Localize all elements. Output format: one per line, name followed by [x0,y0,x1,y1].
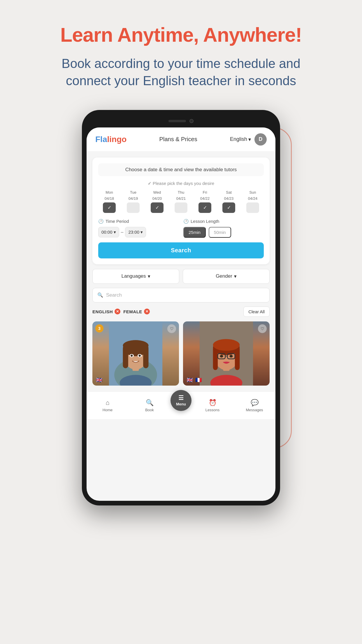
day-wed-date: 04/20 [152,196,162,201]
day-mon[interactable]: Mon 04/18 ✓ [98,190,120,213]
tutor-1-heart[interactable]: ♡ [167,324,176,333]
lang-label: English [230,136,247,142]
day-sun[interactable]: Sun 04/24 [242,190,264,213]
day-fri[interactable]: Fri 04/22 ✓ [194,190,216,213]
nav-lessons[interactable]: ⏰ Lessons [191,399,233,412]
page-subtitle: Book according to your time schedule and… [50,55,312,90]
svg-point-12 [139,354,141,356]
clear-all-label: Clear All [248,309,265,314]
clear-all-button[interactable]: Clear All [243,307,270,317]
tutor-card-2[interactable]: ♡ 🇬🇧 🇫🇷 [183,321,270,386]
language-selector[interactable]: English ▾ [230,136,251,143]
clock-icon: 🕐 [98,219,104,224]
filter-row: Languages ▾ Gender ▾ [92,269,270,284]
user-avatar[interactable]: D [254,133,267,146]
day-tue-date: 04/19 [129,196,138,201]
search-bar[interactable]: 🔍 Search [92,288,270,302]
phone-notch [158,117,204,125]
phone-notch-area [87,115,275,127]
day-picker-hint-text: Please pick the days you desire [153,181,214,186]
day-tue-checkbox[interactable] [127,202,140,213]
lesson-options: 25min 50min [183,227,264,238]
date-time-card: Choose a date & time and view the availa… [92,158,270,264]
nav-lessons-label: Lessons [205,408,219,412]
day-sat-checkbox[interactable]: ✓ [222,202,235,213]
filter-tag-english: ENGLISH ✕ [92,309,120,314]
day-thu-label: Thu [178,190,184,195]
tutor-1-flag-uk: 🇬🇧 [95,377,103,383]
nav-home[interactable]: ⌂ Home [87,399,129,412]
day-wed-checkbox[interactable]: ✓ [151,202,164,213]
nav-book-label: Book [145,408,154,412]
time-dash: – [121,230,124,235]
nav-home-label: Home [103,408,113,412]
time-period-label: 🕐 Time Period [98,219,179,224]
search-bar-icon: 🔍 [97,292,103,298]
day-sat-date: 04/23 [224,196,234,201]
gender-filter-btn[interactable]: Gender ▾ [183,269,270,284]
nav-messages-label: Messages [246,408,263,412]
time-start-select[interactable]: 00:00 ▾ [98,227,119,237]
filter-tag-female-label: FEMALE [123,309,142,314]
tutor-1-flags: 🇬🇧 [95,377,103,383]
day-fri-label: Fri [203,190,207,195]
lesson-clock-icon: 🕐 [183,219,189,224]
nav-book[interactable]: 🔍 Book [129,399,171,412]
time-end-arrow: ▾ [140,230,143,235]
lesson-section: 🕐 Lesson Length 25min 50min [183,219,264,238]
bottom-nav: ⌂ Home 🔍 Book ☰ Menu ⏰ Lessons 💬 [87,391,275,419]
day-mon-date: 04/18 [105,196,114,201]
svg-rect-18 [213,346,218,370]
search-button-label: Search [171,247,191,253]
time-range: 00:00 ▾ – 23:00 ▾ [98,227,179,237]
day-thu-checkbox[interactable] [175,202,187,213]
filter-tags: ENGLISH ✕ FEMALE ✕ [92,309,150,314]
day-tue[interactable]: Tue 04/19 [122,190,144,213]
search-bar-placeholder: Search [106,292,122,298]
day-thu[interactable]: Thu 04/21 [170,190,192,213]
book-icon: 🔍 [146,399,154,407]
lesson-50min-btn[interactable]: 50min [209,227,231,238]
tutor-1-bg [92,321,179,386]
lesson-length-label: 🕐 Lesson Length [183,219,264,224]
day-sun-checkbox[interactable] [246,202,259,213]
menu-icon: ☰ [178,394,184,401]
day-picker-hint: Please pick the days you desire [98,181,264,186]
lessons-icon: ⏰ [209,399,217,407]
app-logo: Flalingo [95,135,126,144]
tutor-2-flags: 🇬🇧 🇫🇷 [186,377,202,383]
logo-lingo: lingo [107,135,126,144]
tutor-2-flag-fr: 🇫🇷 [195,377,202,383]
tutor-grid: 3 ♡ 🇬🇧 [92,321,270,386]
nav-messages[interactable]: 💬 Messages [233,399,275,412]
notch-camera [189,119,194,123]
day-mon-checkbox[interactable]: ✓ [103,202,116,213]
time-end-select[interactable]: 23:00 ▾ [125,227,146,237]
search-button[interactable]: Search [98,242,264,258]
logo-fla: Fla [95,135,107,144]
phone-mockup: Flalingo Plans & Prices English ▾ D [70,110,292,505]
nav-menu-btn[interactable]: ☰ Menu [171,390,191,411]
tutor-2-heart[interactable]: ♡ [258,324,267,333]
day-wed-label: Wed [153,190,161,195]
header-right: English ▾ D [230,133,267,146]
svg-point-24 [220,355,223,357]
avatar-initial: D [259,136,262,142]
day-fri-checkbox[interactable]: ✓ [198,202,211,213]
home-icon: ⌂ [106,399,109,407]
day-wed[interactable]: Wed 04/20 ✓ [146,190,168,213]
day-sat[interactable]: Sat 04/23 ✓ [218,190,240,213]
active-filters: ENGLISH ✕ FEMALE ✕ Clear All [92,307,270,317]
languages-filter-btn[interactable]: Languages ▾ [92,269,179,284]
svg-point-8 [123,340,149,351]
plans-prices-link[interactable]: Plans & Prices [159,136,197,143]
lesson-length-text: Lesson Length [191,219,219,224]
day-mon-label: Mon [106,190,113,195]
remove-english-filter-btn[interactable]: ✕ [115,309,120,314]
app-content: Choose a date & time and view the availa… [87,152,275,391]
remove-female-filter-btn[interactable]: ✕ [144,309,150,314]
day-sat-label: Sat [226,190,232,195]
tutor-2-bg [183,321,270,386]
lesson-25min-btn[interactable]: 25min [183,227,206,238]
tutor-card-1[interactable]: 3 ♡ 🇬🇧 [92,321,179,386]
